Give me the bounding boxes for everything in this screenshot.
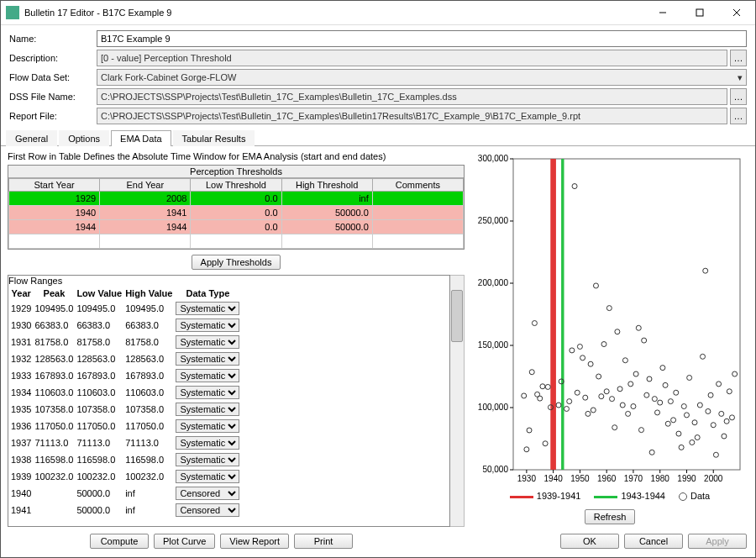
print-button[interactable]: Print bbox=[294, 534, 353, 549]
flow-header: Flow Ranges bbox=[8, 276, 449, 286]
compute-button[interactable]: Compute bbox=[90, 534, 149, 549]
svg-point-95 bbox=[684, 413, 689, 418]
svg-point-37 bbox=[522, 393, 527, 398]
flow-row[interactable]: 1932128563.0128563.0128563.0Systematic bbox=[10, 351, 240, 366]
data-type-select[interactable]: Systematic bbox=[176, 335, 239, 349]
pt-col-header[interactable]: End Year bbox=[100, 179, 191, 192]
data-type-select[interactable]: Systematic bbox=[176, 403, 239, 416]
flow-col-header[interactable]: High Value bbox=[124, 287, 173, 299]
data-type-select[interactable]: Systematic bbox=[176, 369, 239, 382]
perception-thresholds-grid[interactable]: Perception Thresholds Start YearEnd Year… bbox=[8, 165, 465, 250]
svg-point-83 bbox=[652, 397, 657, 402]
data-type-select[interactable]: Systematic bbox=[176, 453, 239, 466]
pt-col-header[interactable]: Low Threshold bbox=[191, 179, 281, 192]
tab-ema-data[interactable]: EMA Data bbox=[111, 130, 171, 146]
flow-row[interactable]: 193771113.071113.071113.0Systematic bbox=[10, 435, 240, 450]
description-field: [0 - value] Perception Threshold bbox=[97, 50, 727, 66]
flow-row[interactable]: 1934110603.0110603.0110603.0Systematic bbox=[10, 385, 240, 400]
flow-ranges-grid[interactable]: Flow Ranges YearPeakLow ValueHigh ValueD… bbox=[8, 275, 450, 527]
pt-col-header[interactable]: Comments bbox=[372, 179, 463, 192]
svg-point-87 bbox=[663, 382, 668, 387]
pt-row[interactable]: 194419440.050000.0 bbox=[9, 220, 464, 234]
refresh-button[interactable]: Refresh bbox=[585, 509, 636, 524]
tab-strip: General Options EMA Data Tabular Results bbox=[1, 129, 755, 146]
tab-general[interactable]: General bbox=[6, 130, 57, 146]
svg-point-73 bbox=[626, 411, 631, 416]
minimize-button[interactable] bbox=[644, 1, 681, 24]
legend-label-3: Data bbox=[690, 491, 710, 501]
flow-row[interactable]: 1938116598.0116598.0116598.0Systematic bbox=[10, 452, 240, 467]
data-type-select[interactable]: Systematic bbox=[176, 436, 239, 450]
flow-row[interactable]: 193066383.066383.066383.0Systematic bbox=[10, 318, 240, 333]
svg-point-90 bbox=[671, 418, 676, 423]
data-type-select[interactable]: Systematic bbox=[176, 386, 239, 399]
flow-col-header[interactable]: Data Type bbox=[175, 287, 240, 299]
flow-scrollbar[interactable] bbox=[450, 275, 465, 527]
apply-button[interactable]: Apply bbox=[688, 534, 747, 549]
svg-point-80 bbox=[644, 392, 649, 397]
chart-area[interactable]: 50,000100,000150,000200,000250,000300,00… bbox=[471, 150, 748, 487]
data-type-select[interactable]: Systematic bbox=[176, 352, 239, 366]
flowdataset-field[interactable]: Clark Fork-Cabinet Gorge-FLOW▾ bbox=[97, 69, 747, 86]
flow-row[interactable]: 194150000.0infCensored bbox=[10, 503, 240, 518]
flow-row[interactable]: 1935107358.0107358.0107358.0Systematic bbox=[10, 402, 240, 417]
flow-row[interactable]: 1936117050.0117050.0117050.0Systematic bbox=[10, 418, 240, 434]
reportfile-field: C:\PROJECTS\SSP\Projects\Test\Bulletin_1… bbox=[97, 108, 727, 124]
name-input[interactable] bbox=[97, 30, 747, 47]
close-button[interactable] bbox=[718, 1, 755, 24]
dssfile-browse-button[interactable]: … bbox=[730, 88, 747, 105]
data-type-select[interactable]: Systematic bbox=[176, 318, 239, 332]
data-type-select[interactable]: Systematic bbox=[176, 302, 239, 315]
pt-row[interactable]: 194019410.050000.0 bbox=[9, 206, 464, 220]
tab-tabular-results[interactable]: Tabular Results bbox=[173, 130, 255, 146]
legend-swatch-1 bbox=[510, 496, 533, 498]
svg-point-102 bbox=[703, 268, 708, 273]
svg-point-107 bbox=[717, 382, 722, 387]
plot-curve-button[interactable]: Plot Curve bbox=[154, 534, 215, 549]
svg-point-88 bbox=[665, 421, 670, 426]
flow-col-header[interactable]: Peak bbox=[34, 287, 74, 299]
data-type-select[interactable]: Systematic bbox=[176, 419, 239, 433]
maximize-button[interactable] bbox=[681, 1, 718, 24]
svg-point-70 bbox=[617, 387, 622, 392]
svg-point-57 bbox=[583, 395, 588, 400]
svg-point-58 bbox=[585, 411, 591, 416]
tab-options[interactable]: Options bbox=[59, 130, 109, 146]
svg-point-103 bbox=[706, 408, 711, 413]
svg-point-62 bbox=[596, 374, 601, 379]
svg-point-74 bbox=[628, 382, 633, 387]
reportfile-browse-button[interactable]: … bbox=[730, 108, 747, 124]
apply-thresholds-button[interactable]: Apply Thresholds bbox=[192, 255, 281, 270]
pt-row[interactable] bbox=[9, 234, 464, 249]
flow-row[interactable]: 194050000.0infCensored bbox=[10, 486, 240, 501]
flow-col-header[interactable]: Low Value bbox=[76, 287, 123, 299]
svg-point-113 bbox=[732, 371, 738, 376]
svg-point-86 bbox=[660, 366, 665, 371]
flow-row[interactable]: 193181758.081758.081758.0Systematic bbox=[10, 334, 240, 350]
pt-col-header[interactable]: Start Year bbox=[9, 179, 100, 192]
pt-row[interactable]: 192920080.0inf bbox=[9, 192, 464, 206]
svg-text:50,000: 50,000 bbox=[482, 465, 508, 474]
description-more-button[interactable]: … bbox=[730, 50, 747, 66]
svg-point-66 bbox=[606, 306, 612, 311]
svg-text:1960: 1960 bbox=[597, 474, 617, 483]
flow-row[interactable]: 1929109495.0109495.0109495.0Systematic bbox=[10, 301, 240, 316]
svg-point-63 bbox=[599, 394, 604, 399]
data-type-select[interactable]: Systematic bbox=[176, 470, 239, 483]
flow-row[interactable]: 1939100232.0100232.0100232.0Systematic bbox=[10, 469, 240, 484]
scrollbar-thumb[interactable] bbox=[451, 290, 463, 342]
svg-point-56 bbox=[580, 355, 585, 361]
flow-col-header[interactable]: Year bbox=[10, 287, 32, 299]
pt-col-header[interactable]: High Threshold bbox=[281, 179, 372, 192]
svg-point-85 bbox=[658, 400, 663, 405]
data-type-select[interactable]: Censored bbox=[176, 487, 239, 500]
ok-button[interactable]: OK bbox=[560, 534, 619, 549]
data-type-select[interactable]: Censored bbox=[176, 503, 239, 517]
svg-point-93 bbox=[679, 445, 684, 450]
cancel-button[interactable]: Cancel bbox=[624, 534, 683, 549]
title-bar: Bulletin 17 Editor - B17C Example 9 bbox=[1, 1, 755, 25]
flow-row[interactable]: 1933167893.0167893.0167893.0Systematic bbox=[10, 368, 240, 383]
svg-point-64 bbox=[601, 342, 606, 347]
name-label: Name: bbox=[9, 34, 93, 44]
view-report-button[interactable]: View Report bbox=[220, 534, 289, 549]
